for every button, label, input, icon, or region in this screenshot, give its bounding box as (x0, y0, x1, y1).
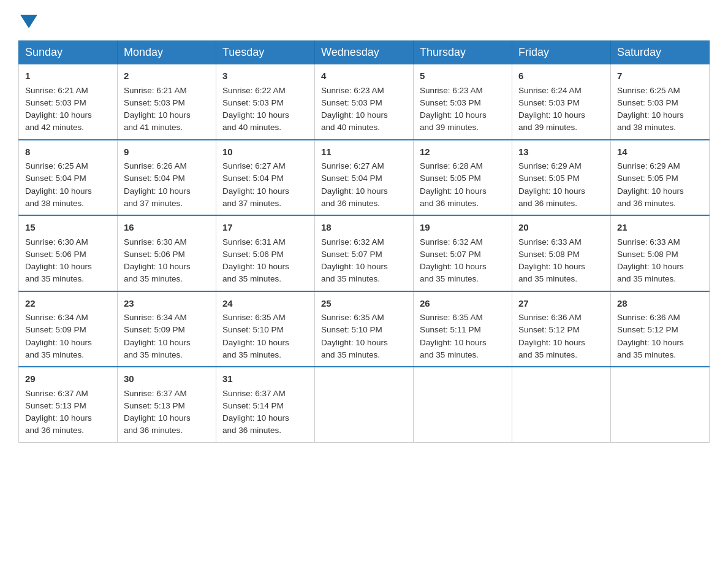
calendar-cell: 23 Sunrise: 6:34 AM Sunset: 5:09 PM Dayl… (118, 291, 216, 367)
sunset-label: Sunset: 5:06 PM (124, 250, 185, 259)
sunset-label: Sunset: 5:06 PM (222, 250, 284, 259)
daylight-label: Daylight: 10 hours (222, 262, 289, 271)
weekday-header-sunday: Sunday (19, 41, 118, 64)
sunset-label: Sunset: 5:13 PM (124, 401, 185, 410)
day-number: 17 (222, 221, 308, 235)
sunset-label: Sunset: 5:10 PM (222, 325, 284, 334)
sunrise-label: Sunrise: 6:37 AM (25, 389, 88, 398)
logo-top (18, 12, 37, 28)
sunrise-label: Sunrise: 6:36 AM (617, 313, 680, 322)
calendar-cell: 4 Sunrise: 6:23 AM Sunset: 5:03 PM Dayli… (315, 64, 414, 140)
daylight-label: Daylight: 10 hours (25, 413, 92, 423)
calendar-cell: 27 Sunrise: 6:36 AM Sunset: 5:12 PM Dayl… (512, 291, 611, 367)
calendar-week-3: 15 Sunrise: 6:30 AM Sunset: 5:06 PM Dayl… (19, 215, 710, 291)
sunrise-label: Sunrise: 6:27 AM (222, 161, 286, 170)
day-number: 9 (124, 145, 210, 159)
daylight-minutes: and 38 minutes. (25, 199, 84, 208)
sunrise-label: Sunrise: 6:21 AM (124, 86, 187, 95)
calendar-cell: 24 Sunrise: 6:35 AM Sunset: 5:10 PM Dayl… (216, 291, 315, 367)
daylight-label: Daylight: 10 hours (124, 413, 191, 423)
sunset-label: Sunset: 5:04 PM (124, 174, 185, 183)
sunrise-label: Sunrise: 6:31 AM (222, 237, 286, 247)
calendar-cell: 29 Sunrise: 6:37 AM Sunset: 5:13 PM Dayl… (19, 367, 118, 442)
sunrise-label: Sunrise: 6:37 AM (124, 389, 187, 398)
sunrise-label: Sunrise: 6:23 AM (420, 86, 483, 95)
daylight-minutes: and 38 minutes. (617, 123, 676, 132)
daylight-label: Daylight: 10 hours (124, 262, 191, 271)
sunrise-label: Sunrise: 6:28 AM (420, 161, 483, 170)
daylight-label: Daylight: 10 hours (124, 186, 191, 196)
sunset-label: Sunset: 5:07 PM (321, 250, 382, 259)
daylight-minutes: and 35 minutes. (617, 350, 676, 359)
daylight-minutes: and 35 minutes. (25, 274, 84, 283)
daylight-minutes: and 41 minutes. (124, 123, 183, 132)
daylight-minutes: and 35 minutes. (222, 274, 281, 283)
daylight-label: Daylight: 10 hours (124, 110, 191, 120)
calendar-week-2: 8 Sunrise: 6:25 AM Sunset: 5:04 PM Dayli… (19, 140, 710, 216)
day-number: 5 (420, 69, 506, 83)
sunset-label: Sunset: 5:05 PM (420, 174, 481, 183)
calendar-cell: 16 Sunrise: 6:30 AM Sunset: 5:06 PM Dayl… (118, 215, 216, 291)
calendar-cell: 13 Sunrise: 6:29 AM Sunset: 5:05 PM Dayl… (512, 140, 611, 216)
weekday-header-wednesday: Wednesday (315, 41, 414, 64)
calendar-cell: 5 Sunrise: 6:23 AM Sunset: 5:03 PM Dayli… (414, 64, 512, 140)
daylight-label: Daylight: 10 hours (420, 262, 487, 271)
day-number: 31 (222, 372, 308, 386)
calendar-cell: 9 Sunrise: 6:26 AM Sunset: 5:04 PM Dayli… (118, 140, 216, 216)
sunset-label: Sunset: 5:03 PM (518, 98, 580, 107)
daylight-minutes: and 36 minutes. (222, 426, 281, 435)
daylight-label: Daylight: 10 hours (617, 186, 684, 196)
sunrise-label: Sunrise: 6:22 AM (222, 86, 286, 95)
page-header (18, 12, 710, 28)
sunset-label: Sunset: 5:04 PM (222, 174, 284, 183)
logo (18, 12, 37, 28)
calendar-cell (512, 367, 611, 442)
daylight-label: Daylight: 10 hours (617, 110, 684, 120)
calendar-cell (414, 367, 512, 442)
daylight-label: Daylight: 10 hours (321, 338, 388, 347)
calendar-cell: 11 Sunrise: 6:27 AM Sunset: 5:04 PM Dayl… (315, 140, 414, 216)
calendar-cell: 10 Sunrise: 6:27 AM Sunset: 5:04 PM Dayl… (216, 140, 315, 216)
daylight-minutes: and 35 minutes. (321, 274, 380, 283)
weekday-header-row: SundayMondayTuesdayWednesdayThursdayFrid… (19, 41, 710, 64)
daylight-label: Daylight: 10 hours (25, 110, 92, 120)
daylight-label: Daylight: 10 hours (124, 338, 191, 347)
day-number: 15 (25, 221, 111, 235)
daylight-label: Daylight: 10 hours (518, 338, 585, 347)
daylight-minutes: and 37 minutes. (124, 199, 183, 208)
daylight-minutes: and 40 minutes. (222, 123, 281, 132)
daylight-label: Daylight: 10 hours (420, 110, 487, 120)
sunset-label: Sunset: 5:08 PM (518, 250, 580, 259)
sunrise-label: Sunrise: 6:34 AM (124, 313, 187, 322)
calendar-cell: 12 Sunrise: 6:28 AM Sunset: 5:05 PM Dayl… (414, 140, 512, 216)
day-number: 23 (124, 297, 210, 311)
sunset-label: Sunset: 5:03 PM (124, 98, 185, 107)
daylight-minutes: and 36 minutes. (518, 199, 577, 208)
daylight-minutes: and 35 minutes. (222, 350, 281, 359)
sunrise-label: Sunrise: 6:26 AM (124, 161, 187, 170)
weekday-header-friday: Friday (512, 41, 611, 64)
daylight-minutes: and 36 minutes. (617, 199, 676, 208)
sunrise-label: Sunrise: 6:37 AM (222, 389, 286, 398)
sunrise-label: Sunrise: 6:27 AM (321, 161, 384, 170)
sunset-label: Sunset: 5:05 PM (617, 174, 678, 183)
day-number: 28 (617, 297, 703, 311)
calendar-cell (315, 367, 414, 442)
day-number: 26 (420, 297, 506, 311)
daylight-minutes: and 39 minutes. (518, 123, 577, 132)
sunset-label: Sunset: 5:09 PM (124, 325, 185, 334)
sunrise-label: Sunrise: 6:30 AM (25, 237, 88, 247)
calendar-cell: 28 Sunrise: 6:36 AM Sunset: 5:12 PM Dayl… (611, 291, 710, 367)
daylight-minutes: and 36 minutes. (25, 426, 84, 435)
sunset-label: Sunset: 5:12 PM (617, 325, 678, 334)
daylight-minutes: and 35 minutes. (518, 274, 577, 283)
logo-triangle-icon (20, 15, 37, 28)
sunrise-label: Sunrise: 6:35 AM (321, 313, 384, 322)
calendar-cell: 30 Sunrise: 6:37 AM Sunset: 5:13 PM Dayl… (118, 367, 216, 442)
day-number: 14 (617, 145, 703, 159)
day-number: 6 (518, 69, 604, 83)
daylight-label: Daylight: 10 hours (222, 110, 289, 120)
daylight-label: Daylight: 10 hours (518, 262, 585, 271)
daylight-label: Daylight: 10 hours (25, 262, 92, 271)
calendar-cell: 25 Sunrise: 6:35 AM Sunset: 5:10 PM Dayl… (315, 291, 414, 367)
